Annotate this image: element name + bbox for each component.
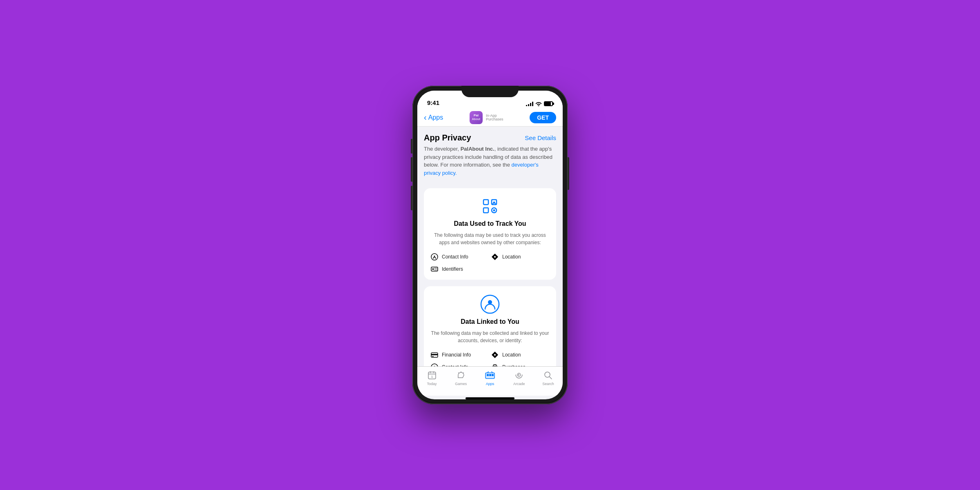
- volume-up-button: [411, 157, 412, 182]
- financial-info-label: Financial Info: [442, 352, 471, 358]
- svg-point-14: [488, 300, 492, 304]
- section-header: App Privacy See Details: [424, 133, 556, 143]
- linked-location-label: Location: [502, 352, 521, 358]
- svg-rect-37: [489, 374, 491, 376]
- see-details-link[interactable]: See Details: [525, 134, 556, 141]
- nav-bar: ‹ Apps Pal About In-App Purchases GET: [417, 109, 563, 127]
- status-time: 9:41: [427, 99, 439, 106]
- tab-search-label: Search: [542, 382, 554, 386]
- linked-contact-info: Contact Info: [430, 363, 489, 366]
- track-contact-info: Contact Info: [430, 253, 489, 261]
- track-card-title: Data Used to Track You: [454, 220, 526, 227]
- tab-apps[interactable]: Apps: [475, 370, 504, 386]
- arcade-icon: [514, 370, 524, 381]
- linked-to-you-card: Data Linked to You The following data ma…: [424, 286, 556, 366]
- linked-location-icon: [491, 351, 499, 359]
- get-button[interactable]: GET: [530, 112, 556, 123]
- svg-rect-38: [492, 374, 494, 376]
- track-you-card: Data Used to Track You The following dat…: [424, 188, 556, 280]
- track-identifiers: Identifiers: [430, 265, 489, 273]
- svg-rect-17: [432, 356, 434, 357]
- svg-line-43: [550, 377, 552, 379]
- location-icon: [491, 253, 499, 261]
- main-content: App Privacy See Details The developer, P…: [417, 127, 563, 366]
- svg-point-8: [494, 256, 496, 258]
- home-indicator: [466, 397, 514, 399]
- tab-search[interactable]: Search: [534, 370, 563, 386]
- tab-games[interactable]: Games: [446, 370, 475, 386]
- volume-down-button: [411, 186, 412, 210]
- apps-icon: [485, 370, 495, 381]
- tab-bar: 1 Today Games: [417, 366, 563, 396]
- svg-point-18: [494, 354, 496, 356]
- svg-point-7: [434, 256, 435, 257]
- svg-rect-16: [431, 354, 438, 355]
- tab-games-label: Games: [455, 382, 467, 386]
- app-icon: Pal About: [470, 111, 483, 124]
- purchases-icon: [491, 363, 499, 366]
- financial-info-icon: [430, 351, 439, 359]
- screen: 9:41 ‹ Apps: [417, 91, 563, 399]
- track-data-items: Contact Info Location: [430, 253, 550, 273]
- linked-card-title: Data Linked to You: [461, 318, 519, 325]
- svg-rect-9: [431, 267, 438, 271]
- purchases-sublabel: Purchases: [486, 118, 503, 121]
- linked-data-items: Financial Info Location: [430, 351, 550, 366]
- privacy-policy-link[interactable]: developer's privacy policy.: [424, 162, 539, 176]
- power-button: [568, 157, 569, 190]
- svg-rect-2: [483, 208, 488, 213]
- games-icon: [456, 370, 466, 381]
- section-title: App Privacy: [424, 133, 471, 143]
- svg-rect-36: [487, 374, 489, 376]
- linked-purchases: Purchases: [491, 363, 550, 366]
- privacy-header: App Privacy See Details The developer, P…: [424, 133, 556, 182]
- linked-icon: [480, 294, 500, 314]
- track-card-desc: The following data may be used to track …: [430, 232, 550, 246]
- svg-text:1: 1: [431, 375, 433, 378]
- svg-rect-0: [483, 200, 488, 205]
- back-button[interactable]: ‹ Apps: [424, 114, 443, 121]
- svg-point-10: [432, 268, 434, 270]
- identifiers-icon: [430, 265, 439, 273]
- svg-point-4: [493, 209, 495, 212]
- identifiers-label: Identifiers: [442, 266, 463, 272]
- privacy-description: The developer, PalAbout Inc., indicated …: [424, 145, 556, 177]
- linked-card-desc: The following data may be collected and …: [430, 330, 550, 344]
- tab-today-label: Today: [427, 382, 437, 386]
- notch: [461, 86, 519, 97]
- linked-financial-info: Financial Info: [430, 351, 489, 359]
- tab-today[interactable]: 1 Today: [417, 370, 446, 386]
- contact-info-label: Contact Info: [442, 254, 468, 260]
- contact-info-icon: [430, 253, 439, 261]
- back-label: Apps: [428, 114, 443, 121]
- status-icons: [526, 101, 553, 106]
- linked-contact-info-icon: [430, 363, 439, 366]
- battery-icon: [544, 101, 553, 106]
- tab-arcade[interactable]: Arcade: [505, 370, 534, 386]
- tab-apps-label: Apps: [486, 382, 494, 386]
- phone-shell: 9:41 ‹ Apps: [412, 86, 568, 404]
- today-icon: 1: [427, 370, 437, 381]
- location-label: Location: [502, 254, 521, 260]
- wifi-icon: [535, 101, 542, 106]
- nav-center: Pal About In-App Purchases: [470, 111, 503, 124]
- search-icon: [543, 370, 553, 381]
- back-arrow-icon: ‹: [424, 113, 427, 121]
- signal-icon: [526, 101, 533, 106]
- track-icon: [480, 196, 500, 216]
- track-location: Location: [491, 253, 550, 261]
- app-label: In-App Purchases: [486, 114, 503, 121]
- tab-arcade-label: Arcade: [513, 382, 525, 386]
- linked-location: Location: [491, 351, 550, 359]
